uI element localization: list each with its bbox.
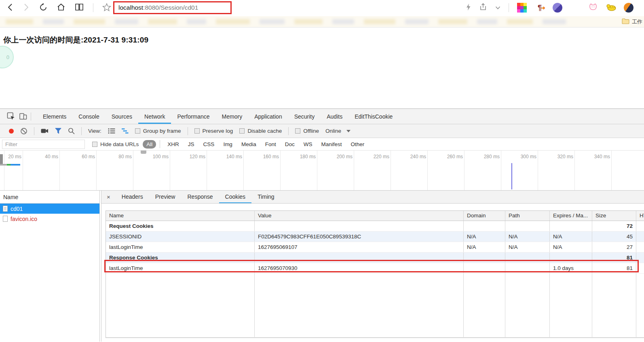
clear-icon[interactable] <box>20 127 27 135</box>
checkbox-icon <box>239 128 245 134</box>
extension-blue-kite-icon[interactable] <box>570 3 580 13</box>
filter-type-manifest[interactable]: Manifest <box>317 140 345 149</box>
devtools-tab-console[interactable]: Console <box>72 109 105 124</box>
filter-type-font[interactable]: Font <box>262 140 280 149</box>
cookies-column-header-ht[interactable]: HT <box>636 211 644 221</box>
devtools-tab-elements[interactable]: Elements <box>37 109 72 124</box>
throttling-dropdown[interactable]: Online <box>325 128 351 134</box>
cookies-column-header-expires-ma[interactable]: Expires / Ma... <box>550 211 592 221</box>
reading-list-icon[interactable] <box>74 3 84 12</box>
url-annotation-box: localhost:8080/Session/cd01 <box>113 1 232 14</box>
request-row-favicon-ico[interactable]: favicon.ico <box>0 214 99 224</box>
devtools-tab-network[interactable]: Network <box>138 109 171 124</box>
extension-purple-swirl-icon[interactable] <box>553 3 562 13</box>
inspect-element-icon[interactable] <box>5 110 17 123</box>
offline-label: Offline <box>303 128 319 134</box>
devtools-tab-memory[interactable]: Memory <box>216 109 249 124</box>
devtools-tab-security[interactable]: Security <box>288 109 321 124</box>
devtools-tab-performance[interactable]: Performance <box>171 109 215 124</box>
detail-tab-cookies[interactable]: Cookies <box>219 191 252 203</box>
overview-drag-handle[interactable] <box>141 151 146 154</box>
filter-type-xhr[interactable]: XHR <box>164 140 183 149</box>
cookies-column-header-name[interactable]: Name <box>106 211 255 221</box>
refresh-icon[interactable] <box>39 3 48 13</box>
filter-type-media[interactable]: Media <box>238 140 260 149</box>
devtools-tab-audits[interactable]: Audits <box>321 109 348 124</box>
empty-column <box>505 274 550 337</box>
screenshot-camera-icon[interactable] <box>41 128 49 134</box>
filter-type-css[interactable]: CSS <box>200 140 218 149</box>
detail-tab-headers[interactable]: Headers <box>116 191 149 203</box>
extension-navy-swirl-icon[interactable] <box>624 3 633 13</box>
devtools-tab-sources[interactable]: Sources <box>106 109 138 124</box>
blurred-bookmark-item <box>364 19 395 24</box>
request-row-cd01[interactable]: cd01 <box>0 204 99 214</box>
cookies-column-header-path[interactable]: Path <box>505 211 550 221</box>
back-icon[interactable] <box>6 3 14 13</box>
bookmarks-folder[interactable]: 工作 <box>619 16 642 28</box>
chevron-down-icon[interactable] <box>495 4 500 11</box>
screen: localhost:8080/Session/cd01 ¶➜ <box>0 0 644 342</box>
offline-checkbox[interactable]: Offline <box>295 128 319 134</box>
cookies-column-header-value[interactable]: Value <box>255 211 464 221</box>
favorites-star-icon[interactable] <box>102 3 111 13</box>
view-list-icon[interactable] <box>108 128 115 134</box>
lightning-icon[interactable] <box>466 3 471 13</box>
requests-name-header[interactable]: Name <box>0 191 99 204</box>
filter-input[interactable] <box>2 140 85 149</box>
devtools-tab-application[interactable]: Application <box>248 109 288 124</box>
group-by-frame-checkbox[interactable]: Group by frame <box>135 128 181 134</box>
request-name: favicon.ico <box>11 216 37 222</box>
cookie-cell <box>464 221 505 231</box>
extension-pilcrow-icon[interactable]: ¶➜ <box>535 3 545 13</box>
separator <box>160 140 160 148</box>
overview-left-handle[interactable] <box>0 154 3 165</box>
detail-tab-response[interactable]: Response <box>181 191 219 203</box>
record-button[interactable] <box>9 129 14 134</box>
cookie-row-lastlogintime[interactable]: lastLoginTime16276950709301.0 days81 <box>106 263 644 274</box>
cookie-row-lastlogintime[interactable]: lastLoginTime1627695069107N/AN/AN/A27 <box>106 242 644 253</box>
empty-column <box>550 274 592 337</box>
separator <box>288 127 289 135</box>
extension-yellow-cat-icon[interactable] <box>606 3 616 13</box>
cookie-cell <box>255 221 464 231</box>
filter-type-img[interactable]: Img <box>220 140 236 149</box>
network-overview[interactable]: 20 ms40 ms60 ms80 ms100 ms120 ms140 ms16… <box>0 151 644 191</box>
cookie-row-jsessionid[interactable]: JSESSIONIDF02D64579C983CFF61E050C8953931… <box>106 232 644 242</box>
filter-funnel-icon[interactable] <box>55 128 61 134</box>
forward-icon[interactable] <box>23 3 30 13</box>
filter-type-doc[interactable]: Doc <box>281 140 298 149</box>
cookies-table-body: Request Cookies72JSESSIONIDF02D64579C983… <box>106 221 644 274</box>
filter-type-ws[interactable]: WS <box>300 140 316 149</box>
detail-tab-timing[interactable]: Timing <box>251 191 281 203</box>
cookie-cell: N/A <box>505 242 550 252</box>
disable-cache-checkbox[interactable]: Disable cache <box>239 128 282 134</box>
cookie-row-response-cookies[interactable]: Response Cookies81 <box>106 253 644 263</box>
extension-palette-icon[interactable] <box>517 3 527 13</box>
checkbox-icon <box>295 128 300 134</box>
close-detail-icon[interactable]: × <box>101 193 116 200</box>
cookie-row-request-cookies[interactable]: Request Cookies72 <box>106 221 644 232</box>
search-icon[interactable] <box>68 127 75 134</box>
hide-data-urls-checkbox[interactable]: Hide data URLs <box>92 141 139 147</box>
url-host: localhost <box>118 4 143 11</box>
extension-pink-cat-icon[interactable] <box>588 3 598 13</box>
devtools-tab-editthiscookie[interactable]: EditThisCookie <box>348 109 399 124</box>
share-icon[interactable] <box>479 3 487 13</box>
waterfall-icon[interactable] <box>122 128 129 134</box>
cookie-cell: N/A <box>550 242 592 252</box>
checkbox-icon <box>92 142 97 147</box>
filter-type-other[interactable]: Other <box>347 140 368 149</box>
blurred-bookmark-item <box>74 19 105 24</box>
timeline-tick: 180 ms <box>300 154 317 159</box>
home-icon[interactable] <box>57 3 65 13</box>
address-bar[interactable]: localhost:8080/Session/cd01 <box>114 2 230 13</box>
load-event-line <box>511 163 512 189</box>
filter-type-js[interactable]: JS <box>184 140 198 149</box>
filter-type-all[interactable]: All <box>143 140 156 149</box>
cookies-column-header-size[interactable]: Size <box>592 211 636 221</box>
preserve-log-checkbox[interactable]: Preserve log <box>194 128 233 134</box>
detail-tab-preview[interactable]: Preview <box>149 191 182 203</box>
device-toolbar-icon[interactable] <box>17 110 29 123</box>
cookies-column-header-domain[interactable]: Domain <box>464 211 505 221</box>
